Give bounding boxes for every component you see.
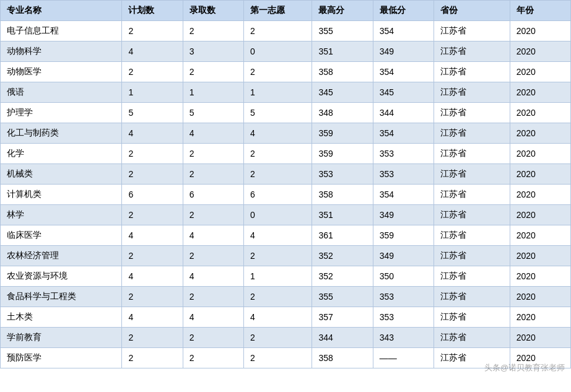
table-row: 预防医学222358——江苏省2020 bbox=[1, 348, 571, 368]
cell-9-4: 351 bbox=[312, 205, 373, 225]
cell-2-2: 2 bbox=[183, 62, 243, 82]
cell-8-7: 2020 bbox=[510, 185, 570, 205]
cell-8-6: 江苏省 bbox=[434, 185, 510, 205]
cell-10-2: 4 bbox=[183, 225, 243, 246]
cell-11-7: 2020 bbox=[510, 246, 570, 266]
cell-1-3: 0 bbox=[243, 41, 312, 62]
cell-12-6: 江苏省 bbox=[434, 266, 510, 287]
cell-9-2: 2 bbox=[183, 205, 243, 225]
table-body: 电子信息工程222355354江苏省2020动物科学430351349江苏省20… bbox=[1, 21, 571, 368]
cell-1-2: 3 bbox=[183, 41, 243, 62]
cell-15-5: 343 bbox=[373, 328, 434, 348]
header-col-7: 年份 bbox=[510, 1, 570, 21]
cell-0-5: 354 bbox=[373, 21, 434, 41]
table-header: 专业名称计划数录取数第一志愿最高分最低分省份年份 bbox=[1, 1, 571, 21]
cell-0-3: 2 bbox=[243, 21, 312, 41]
cell-14-7: 2020 bbox=[510, 307, 570, 328]
cell-10-5: 359 bbox=[373, 225, 434, 246]
cell-12-3: 1 bbox=[243, 266, 312, 287]
cell-8-2: 6 bbox=[183, 185, 243, 205]
cell-14-3: 4 bbox=[243, 307, 312, 328]
cell-2-6: 江苏省 bbox=[434, 62, 510, 82]
cell-0-6: 江苏省 bbox=[434, 21, 510, 41]
table-row: 化工与制药类444359354江苏省2020 bbox=[1, 123, 571, 144]
cell-4-2: 5 bbox=[183, 103, 243, 123]
cell-14-0: 土木类 bbox=[1, 307, 122, 328]
cell-12-7: 2020 bbox=[510, 266, 570, 287]
cell-9-7: 2020 bbox=[510, 205, 570, 225]
cell-4-0: 护理学 bbox=[1, 103, 122, 123]
cell-2-1: 2 bbox=[122, 62, 183, 82]
cell-9-0: 林学 bbox=[1, 205, 122, 225]
cell-4-3: 5 bbox=[243, 103, 312, 123]
cell-1-7: 2020 bbox=[510, 41, 570, 62]
cell-11-1: 2 bbox=[122, 246, 183, 266]
header-col-6: 省份 bbox=[434, 1, 510, 21]
cell-5-2: 4 bbox=[183, 123, 243, 144]
table-row: 食品科学与工程类222355353江苏省2020 bbox=[1, 287, 571, 307]
cell-11-2: 2 bbox=[183, 246, 243, 266]
cell-10-0: 临床医学 bbox=[1, 225, 122, 246]
cell-0-0: 电子信息工程 bbox=[1, 21, 122, 41]
cell-5-7: 2020 bbox=[510, 123, 570, 144]
cell-4-5: 344 bbox=[373, 103, 434, 123]
cell-4-1: 5 bbox=[122, 103, 183, 123]
table-row: 农业资源与环境441352350江苏省2020 bbox=[1, 266, 571, 287]
cell-8-3: 6 bbox=[243, 185, 312, 205]
cell-11-4: 352 bbox=[312, 246, 373, 266]
cell-4-6: 江苏省 bbox=[434, 103, 510, 123]
cell-1-5: 349 bbox=[373, 41, 434, 62]
cell-14-5: 353 bbox=[373, 307, 434, 328]
cell-1-4: 351 bbox=[312, 41, 373, 62]
cell-11-3: 2 bbox=[243, 246, 312, 266]
cell-13-1: 2 bbox=[122, 287, 183, 307]
cell-6-1: 2 bbox=[122, 144, 183, 164]
cell-4-7: 2020 bbox=[510, 103, 570, 123]
cell-3-4: 345 bbox=[312, 82, 373, 103]
header-row: 专业名称计划数录取数第一志愿最高分最低分省份年份 bbox=[1, 1, 571, 21]
table-row: 农林经济管理222352349江苏省2020 bbox=[1, 246, 571, 266]
cell-7-6: 江苏省 bbox=[434, 164, 510, 185]
cell-12-4: 352 bbox=[312, 266, 373, 287]
cell-3-2: 1 bbox=[183, 82, 243, 103]
cell-12-1: 4 bbox=[122, 266, 183, 287]
cell-0-4: 355 bbox=[312, 21, 373, 41]
header-col-3: 第一志愿 bbox=[243, 1, 312, 21]
cell-15-2: 2 bbox=[183, 328, 243, 348]
cell-10-1: 4 bbox=[122, 225, 183, 246]
header-col-0: 专业名称 bbox=[1, 1, 122, 21]
header-col-4: 最高分 bbox=[312, 1, 373, 21]
cell-16-2: 2 bbox=[183, 348, 243, 368]
cell-7-5: 353 bbox=[373, 164, 434, 185]
cell-3-7: 2020 bbox=[510, 82, 570, 103]
cell-2-4: 358 bbox=[312, 62, 373, 82]
cell-10-7: 2020 bbox=[510, 225, 570, 246]
cell-15-3: 2 bbox=[243, 328, 312, 348]
header-col-1: 计划数 bbox=[122, 1, 183, 21]
cell-10-4: 361 bbox=[312, 225, 373, 246]
cell-9-6: 江苏省 bbox=[434, 205, 510, 225]
cell-7-7: 2020 bbox=[510, 164, 570, 185]
cell-6-0: 化学 bbox=[1, 144, 122, 164]
cell-16-4: 358 bbox=[312, 348, 373, 368]
cell-11-6: 江苏省 bbox=[434, 246, 510, 266]
cell-8-0: 计算机类 bbox=[1, 185, 122, 205]
cell-13-5: 353 bbox=[373, 287, 434, 307]
cell-15-4: 344 bbox=[312, 328, 373, 348]
table-row: 动物医学222358354江苏省2020 bbox=[1, 62, 571, 82]
cell-16-1: 2 bbox=[122, 348, 183, 368]
table-row: 化学222359353江苏省2020 bbox=[1, 144, 571, 164]
cell-10-6: 江苏省 bbox=[434, 225, 510, 246]
cell-12-5: 350 bbox=[373, 266, 434, 287]
cell-5-1: 4 bbox=[122, 123, 183, 144]
table-row: 电子信息工程222355354江苏省2020 bbox=[1, 21, 571, 41]
cell-9-1: 2 bbox=[122, 205, 183, 225]
cell-9-5: 349 bbox=[373, 205, 434, 225]
cell-6-4: 359 bbox=[312, 144, 373, 164]
cell-15-1: 2 bbox=[122, 328, 183, 348]
cell-3-3: 1 bbox=[243, 82, 312, 103]
cell-14-2: 4 bbox=[183, 307, 243, 328]
cell-7-3: 2 bbox=[243, 164, 312, 185]
cell-13-4: 355 bbox=[312, 287, 373, 307]
cell-11-0: 农林经济管理 bbox=[1, 246, 122, 266]
